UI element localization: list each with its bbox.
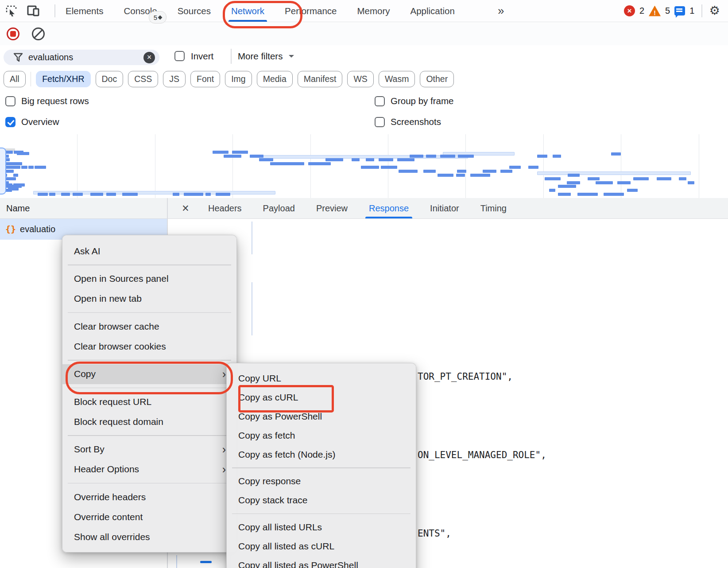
message-badge-icon[interactable] xyxy=(674,6,685,16)
screenshots-checkbox[interactable] xyxy=(375,117,385,127)
submenu-item[interactable]: Copy as PowerShell xyxy=(227,407,416,426)
resource-type-chip[interactable]: Media xyxy=(257,71,293,87)
context-menu-item[interactable]: Copy › xyxy=(62,364,236,384)
clear-network-log-button[interactable] xyxy=(32,27,45,40)
detail-tab[interactable]: Initiator xyxy=(430,198,459,218)
submenu-item[interactable]: Copy as fetch (Node.js) xyxy=(227,445,416,464)
context-menu-item[interactable] xyxy=(68,360,231,361)
toolbar-divider xyxy=(54,4,55,17)
resource-type-chip[interactable]: Wasm xyxy=(379,71,415,87)
record-stop-button[interactable] xyxy=(7,27,19,40)
context-menu-item[interactable] xyxy=(68,312,231,313)
filter-input[interactable]: evaluations × xyxy=(4,50,159,65)
resource-type-chip[interactable]: Doc xyxy=(96,71,124,87)
resource-type-chip[interactable]: Fetch/XHR xyxy=(36,71,90,87)
submenu-item[interactable] xyxy=(232,514,410,514)
code-fragment: ENTS", xyxy=(418,507,451,539)
resource-type-chip[interactable]: All xyxy=(4,71,26,87)
context-menu-item[interactable] xyxy=(68,265,231,265)
group-by-frame-label: Group by frame xyxy=(391,96,453,106)
code-fragment: TOR_PT_CREATION", xyxy=(418,350,513,382)
context-menu-item[interactable]: Clear browser cache xyxy=(62,316,236,336)
panel-tab[interactable]: Application xyxy=(410,0,455,22)
resource-type-chip[interactable]: Manifest xyxy=(298,71,343,87)
waterfall-bars xyxy=(0,134,728,198)
submenu-item[interactable]: Copy URL xyxy=(227,369,416,388)
submenu-item[interactable]: Copy as fetch xyxy=(227,426,416,445)
more-panels-icon[interactable]: » xyxy=(498,0,504,22)
filter-row: evaluations × Invert More filters xyxy=(0,45,728,67)
context-menu-item[interactable]: Sort By › xyxy=(62,440,236,459)
detail-tab[interactable]: Timing xyxy=(480,198,507,218)
column-divider xyxy=(176,555,177,568)
submenu-item[interactable]: Copy all listed as PowerShell xyxy=(227,556,416,568)
network-toolbar: Preserve log Disable cache No throttling xyxy=(0,23,728,46)
context-menu-item[interactable]: Ask AI xyxy=(62,241,236,261)
context-menu-item[interactable]: Block request domain xyxy=(62,412,236,432)
group-by-frame-checkbox[interactable] xyxy=(375,96,385,106)
context-menu-item[interactable] xyxy=(68,388,231,389)
fetch-request-icon: {} xyxy=(5,224,16,234)
overview-checkbox[interactable] xyxy=(5,117,15,127)
panel-tab[interactable]: Performance xyxy=(285,0,337,22)
inspect-element-icon[interactable] xyxy=(5,5,17,17)
big-request-rows-checkbox[interactable] xyxy=(5,96,15,106)
submenu-item[interactable]: Copy all listed as cURL xyxy=(227,537,416,556)
clear-filter-icon[interactable]: × xyxy=(143,52,155,63)
context-menu-item[interactable] xyxy=(68,435,231,436)
settings-gear-icon[interactable]: ⚙ xyxy=(709,5,720,17)
submenu-item[interactable]: Copy all listed URLs xyxy=(227,517,416,537)
error-badge-icon[interactable]: × xyxy=(624,5,635,16)
panel-tab[interactable]: Sources xyxy=(178,0,211,22)
submenu-chevron-icon: › xyxy=(222,369,226,380)
device-toolbar-icon[interactable] xyxy=(27,5,39,17)
resource-type-chip[interactable]: Img xyxy=(225,71,252,87)
detail-tab[interactable]: Response xyxy=(369,198,409,218)
submenu-chevron-icon: › xyxy=(222,444,226,455)
submenu-item[interactable]: Copy response xyxy=(227,472,416,491)
warning-badge-icon[interactable]: ! xyxy=(649,6,661,16)
submenu-item[interactable]: Copy as cURL xyxy=(227,388,416,407)
context-menu-item[interactable]: Clear browser cookies xyxy=(62,336,236,356)
request-table-header: Name × HeadersPayloadPreviewResponseInit… xyxy=(0,198,728,219)
detail-tab[interactable]: Headers xyxy=(208,198,242,218)
resource-type-chip[interactable]: CSS xyxy=(128,71,158,87)
panel-tab[interactable]: Memory xyxy=(357,0,390,22)
detail-tab[interactable]: Payload xyxy=(263,198,295,218)
overview-drag-handle[interactable] xyxy=(0,148,6,195)
panel-tabs: ElementsConsoleSourcesNetworkPerformance… xyxy=(66,0,455,22)
code-fragment: ON_LEVEL_MANAGED_ROLE", xyxy=(418,428,546,460)
chevron-down-icon xyxy=(289,55,294,60)
context-menu-item[interactable] xyxy=(68,483,231,484)
resource-type-chip[interactable]: Font xyxy=(190,71,220,87)
close-detail-icon[interactable]: × xyxy=(179,198,192,218)
context-menu-item[interactable]: Override content xyxy=(62,507,236,527)
context-menu-item[interactable]: Header Options › xyxy=(62,459,236,479)
network-options: Big request rows Group by frame Overview… xyxy=(0,90,728,134)
response-body[interactable] xyxy=(236,218,728,245)
badge-divider xyxy=(701,4,702,17)
context-menu-item[interactable]: Open in Sources panel xyxy=(62,269,236,289)
context-menu-item[interactable]: Show all overrides xyxy=(62,527,236,547)
name-column-header[interactable]: Name xyxy=(6,198,30,218)
request-hover-badge[interactable]: 5 xyxy=(149,11,167,23)
submenu-chevron-icon: › xyxy=(222,464,226,475)
detail-tab[interactable]: Preview xyxy=(316,198,348,218)
submenu-item[interactable] xyxy=(232,467,410,468)
panel-tab[interactable]: Network xyxy=(231,0,264,22)
resource-type-chip[interactable] xyxy=(31,72,31,86)
resource-type-chip[interactable]: WS xyxy=(347,71,373,87)
context-menu-item[interactable]: Block request URL xyxy=(62,392,236,412)
resource-type-chip[interactable]: JS xyxy=(163,71,186,87)
devtools-tabbar: ElementsConsoleSourcesNetworkPerformance… xyxy=(0,0,728,22)
network-overview-timeline[interactable] xyxy=(0,134,728,198)
submenu-item[interactable]: Copy stack trace xyxy=(227,491,416,510)
resource-type-filter-row: AllFetch/XHRDocCSSJSFontImgMediaManifest… xyxy=(0,67,728,90)
invert-label: Invert xyxy=(191,51,213,62)
panel-tab[interactable]: Elements xyxy=(66,0,103,22)
more-filters-dropdown[interactable]: More filters xyxy=(238,45,294,67)
invert-checkbox[interactable] xyxy=(174,51,185,61)
context-menu-item[interactable]: Open in new tab xyxy=(62,289,236,309)
context-menu-item[interactable]: Override headers xyxy=(62,487,236,507)
resource-type-chip[interactable]: Other xyxy=(420,71,454,87)
